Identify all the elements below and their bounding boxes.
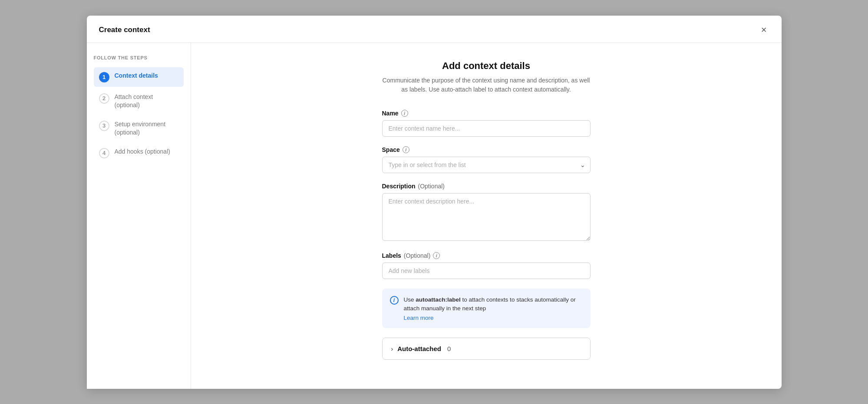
section-subtitle: Communicate the purpose of the context u… xyxy=(382,76,591,94)
modal-header: Create context × xyxy=(87,16,782,43)
sidebar-item-attach-context[interactable]: 2 Attach context (optional) xyxy=(94,89,184,114)
modal-overlay: Create context × FOLLOW THE STEPS 1 Cont… xyxy=(0,0,868,404)
space-select-wrapper: ⌄ xyxy=(382,157,591,173)
section-title: Add context details xyxy=(442,60,530,72)
name-form-group: Name i xyxy=(382,110,591,137)
step-label-2: Attach context (optional) xyxy=(115,93,178,110)
space-info-icon: i xyxy=(403,146,409,153)
space-label: Space i xyxy=(382,146,591,153)
labels-label: Labels (Optional) i xyxy=(382,252,591,259)
form-container: Name i Space i ⌄ xyxy=(382,110,591,289)
step-label-4: Add hooks (optional) xyxy=(115,148,170,156)
info-banner-bold: autoattach:label xyxy=(416,296,461,303)
auto-attached-label: Auto-attached xyxy=(397,345,441,352)
step-label-3: Setup environment (optional) xyxy=(115,120,178,137)
labels-input[interactable] xyxy=(382,263,591,279)
space-form-group: Space i ⌄ xyxy=(382,146,591,173)
description-form-group: Description (Optional) xyxy=(382,183,591,243)
name-input[interactable] xyxy=(382,120,591,137)
description-label: Description (Optional) xyxy=(382,183,591,190)
modal-body: FOLLOW THE STEPS 1 Context details 2 Att… xyxy=(87,43,782,389)
auto-attached-section: › Auto-attached 0 xyxy=(382,338,591,360)
space-input[interactable] xyxy=(382,157,591,173)
auto-attached-row[interactable]: › Auto-attached 0 xyxy=(383,338,590,359)
sidebar-item-add-hooks[interactable]: 4 Add hooks (optional) xyxy=(94,143,184,163)
name-label: Name i xyxy=(382,110,591,117)
sidebar-item-setup-environment[interactable]: 3 Setup environment (optional) xyxy=(94,116,184,141)
info-banner-icon: i xyxy=(390,296,399,305)
info-banner: i Use autoattach:label to attach context… xyxy=(382,289,591,328)
step-number-4: 4 xyxy=(99,148,109,158)
info-banner-content: Use autoattach:label to attach contexts … xyxy=(404,296,583,322)
sidebar-section-label: FOLLOW THE STEPS xyxy=(94,55,184,60)
sidebar-item-context-details[interactable]: 1 Context details xyxy=(94,67,184,87)
labels-form-group: Labels (Optional) i xyxy=(382,252,591,279)
description-textarea[interactable] xyxy=(382,193,591,241)
modal-title: Create context xyxy=(99,26,150,34)
close-button[interactable]: × xyxy=(759,24,769,36)
step-number-1: 1 xyxy=(99,72,109,82)
main-content: Add context details Communicate the purp… xyxy=(191,43,782,389)
learn-more-link[interactable]: Learn more xyxy=(404,315,583,321)
create-context-modal: Create context × FOLLOW THE STEPS 1 Cont… xyxy=(87,16,782,389)
name-info-icon: i xyxy=(401,110,408,117)
step-label-1: Context details xyxy=(115,72,158,80)
step-number-2: 2 xyxy=(99,93,109,104)
step-number-3: 3 xyxy=(99,121,109,131)
chevron-right-icon: › xyxy=(391,345,393,352)
info-banner-text: Use autoattach:label to attach contexts … xyxy=(404,296,583,313)
labels-info-icon: i xyxy=(433,252,440,259)
auto-attached-count: 0 xyxy=(447,345,451,352)
sidebar: FOLLOW THE STEPS 1 Context details 2 Att… xyxy=(87,43,191,389)
